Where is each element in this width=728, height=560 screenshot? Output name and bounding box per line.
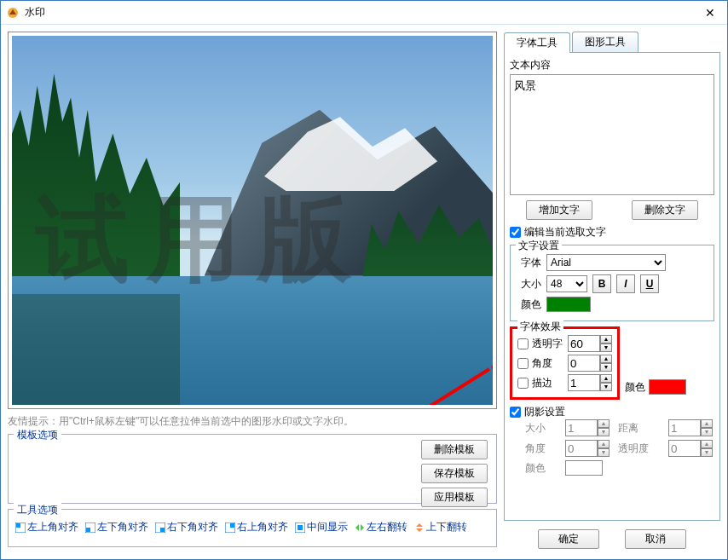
text-color-picker[interactable] (546, 297, 591, 312)
shadow-checkbox[interactable] (510, 407, 521, 418)
shadow-color-picker[interactable] (565, 460, 603, 476)
save-template-button[interactable]: 保存模板 (421, 464, 488, 483)
effect-color-picker[interactable] (649, 379, 686, 395)
add-text-button[interactable]: 增加文字 (526, 200, 592, 220)
watermark-dialog: 水印 ✕ 试用版 友情提示：用"Ctrl+鼠标左键"可以任意拉伸当前选中的图形水… (0, 0, 728, 560)
template-section-label: 模板选项 (14, 428, 61, 442)
svg-rect-12 (298, 525, 303, 530)
stroke-input[interactable] (568, 374, 600, 391)
shadow-opacity-input[interactable] (668, 440, 701, 457)
align-bottom-right[interactable]: 右下角对齐 (155, 520, 218, 534)
spin-down-icon[interactable]: ▼ (600, 344, 612, 352)
ok-button[interactable]: 确定 (538, 529, 599, 549)
align-top-right[interactable]: 右上角对齐 (225, 520, 288, 534)
titlebar: 水印 ✕ (1, 1, 727, 25)
tab-font-tool[interactable]: 字体工具 (504, 32, 570, 53)
text-content-label: 文本内容 (510, 58, 714, 72)
watermark-overlay: 试用版 (36, 176, 368, 303)
angle-checkbox[interactable] (517, 358, 529, 369)
svg-rect-6 (86, 528, 90, 532)
align-center[interactable]: 中间显示 (295, 520, 348, 534)
preview-area[interactable]: 试用版 (8, 32, 497, 409)
opacity-input[interactable] (568, 335, 600, 352)
hint-text: 友情提示：用"Ctrl+鼠标左键"可以任意拉伸当前选中的图形水印或文字水印。 (8, 414, 497, 429)
svg-rect-10 (230, 523, 234, 528)
shadow-size-input[interactable] (565, 419, 598, 436)
shadow-dist-input[interactable] (668, 419, 701, 436)
close-icon[interactable]: ✕ (698, 4, 722, 21)
text-settings-label: 文字设置 (516, 239, 562, 253)
svg-rect-8 (160, 528, 165, 532)
edit-current-checkbox[interactable] (510, 227, 521, 238)
delete-text-button[interactable]: 删除文字 (632, 200, 698, 220)
font-effect-label: 字体效果 (517, 320, 563, 334)
stroke-checkbox[interactable] (517, 378, 529, 389)
app-icon (6, 6, 20, 20)
flip-vertical[interactable]: 上下翻转 (414, 520, 467, 534)
italic-button[interactable]: I (616, 274, 635, 293)
spin-up-icon[interactable]: ▲ (600, 335, 612, 344)
font-select[interactable]: Arial (546, 254, 666, 271)
delete-template-button[interactable]: 删除模板 (421, 440, 488, 459)
svg-rect-4 (16, 523, 20, 528)
flip-horizontal[interactable]: 左右翻转 (355, 520, 407, 534)
tool-section-label: 工具选项 (14, 503, 61, 517)
opacity-checkbox[interactable] (517, 338, 529, 349)
text-content-input[interactable]: 风景 (510, 74, 714, 195)
apply-template-button[interactable]: 应用模板 (421, 488, 488, 507)
window-title: 水印 (25, 5, 45, 20)
underline-button[interactable]: U (640, 274, 659, 293)
align-top-left[interactable]: 左上角对齐 (15, 520, 78, 534)
edit-current-label: 编辑当前选取文字 (524, 225, 606, 240)
shadow-angle-input[interactable] (565, 440, 598, 457)
tab-shape-tool[interactable]: 图形工具 (572, 32, 638, 52)
align-bottom-left[interactable]: 左下角对齐 (85, 520, 148, 534)
size-select[interactable]: 48 (546, 275, 587, 292)
bold-button[interactable]: B (592, 274, 611, 293)
cancel-button[interactable]: 取消 (625, 529, 686, 549)
angle-input[interactable] (568, 355, 600, 372)
